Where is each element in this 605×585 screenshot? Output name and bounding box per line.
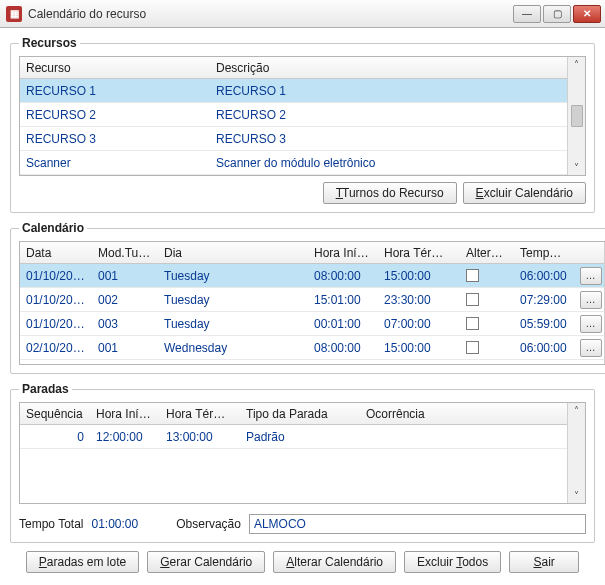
- checkbox-icon[interactable]: [466, 317, 479, 330]
- alter-calendar-button[interactable]: Alterar Calendário: [273, 551, 396, 573]
- cal-more[interactable]: …: [574, 288, 604, 312]
- scroll-up-icon[interactable]: ˄: [574, 405, 579, 416]
- resource-id: RECURSO 1: [20, 81, 210, 101]
- calendar-row[interactable]: 01/10/2019002Tuesday15:01:0023:30:0007:2…: [20, 288, 604, 312]
- cal-date: 02/10/2019: [20, 338, 92, 358]
- scroll-down-icon[interactable]: ˅: [574, 162, 579, 173]
- col-ini[interactable]: Hora Início: [308, 243, 378, 263]
- delete-calendar-button[interactable]: Excluir Calendário: [463, 182, 586, 204]
- delete-all-button[interactable]: Excluir Todos: [404, 551, 501, 573]
- cal-changed[interactable]: [460, 266, 514, 285]
- shifts-button[interactable]: TTurnos do Recurso: [323, 182, 457, 204]
- close-button[interactable]: ✕: [573, 5, 601, 23]
- calendar-group: Calendário Data Mod.Turno Dia Hora Iníci…: [10, 221, 605, 374]
- col-mod[interactable]: Mod.Turno: [92, 243, 158, 263]
- resource-desc: RECURSO 3: [210, 129, 567, 149]
- col-actions: [574, 250, 604, 256]
- resources-table: Recurso Descrição RECURSO 1RECURSO 1RECU…: [19, 56, 586, 176]
- calendar-row[interactable]: 02/10/2019001Wednesday08:00:0015:00:0006…: [20, 336, 604, 360]
- resource-desc: RECURSO 2: [210, 105, 567, 125]
- batch-stops-button[interactable]: Paradas em lote: [26, 551, 139, 573]
- cal-start: 15:01:00: [308, 290, 378, 310]
- cal-more[interactable]: …: [574, 312, 604, 336]
- cal-changed[interactable]: [460, 314, 514, 333]
- window-title: Calendário do recurso: [28, 7, 513, 21]
- stops-group: Paradas Sequência Hora Início Hora Térmi…: [10, 382, 595, 543]
- col-tipo[interactable]: Tipo da Parada: [240, 404, 360, 424]
- observation-input[interactable]: ALMOCO: [249, 514, 586, 534]
- stops-legend: Paradas: [19, 382, 72, 396]
- ellipsis-button[interactable]: …: [580, 267, 602, 285]
- exit-button[interactable]: Sair: [509, 551, 579, 573]
- cal-useful: 07:29:00: [514, 290, 574, 310]
- cal-start: 08:00:00: [308, 266, 378, 286]
- calendar-legend: Calendário: [19, 221, 87, 235]
- maximize-button[interactable]: ▢: [543, 5, 571, 23]
- calendar-row[interactable]: 01/10/2019001Tuesday08:00:0015:00:0006:0…: [20, 264, 604, 288]
- cal-start: 00:01:00: [308, 314, 378, 334]
- col-oco[interactable]: Ocorrência: [360, 404, 567, 424]
- minimize-button[interactable]: —: [513, 5, 541, 23]
- col-seq[interactable]: Sequência: [20, 404, 90, 424]
- ellipsis-button[interactable]: …: [580, 291, 602, 309]
- scroll-down-icon[interactable]: ˅: [574, 490, 579, 501]
- cal-day: Tuesday: [158, 266, 308, 286]
- resource-row[interactable]: RECURSO 1RECURSO 1: [20, 79, 567, 103]
- col-recurso[interactable]: Recurso: [20, 58, 210, 78]
- col-util[interactable]: Tempo Útil: [514, 243, 574, 263]
- observation-label: Observação: [176, 517, 241, 531]
- cal-shift: 003: [92, 314, 158, 334]
- resource-id: RECURSO 2: [20, 105, 210, 125]
- calendar-header: Data Mod.Turno Dia Hora Início Hora Térm…: [20, 242, 604, 264]
- cal-shift: 001: [92, 266, 158, 286]
- bottom-toolbar: Paradas em lote Gerar Calendário Alterar…: [10, 551, 595, 573]
- resources-header: Recurso Descrição: [20, 57, 567, 79]
- stop-type: Padrão: [240, 427, 360, 447]
- col-fim[interactable]: Hora Término: [378, 243, 460, 263]
- resource-row[interactable]: RECURSO 3RECURSO 3: [20, 127, 567, 151]
- checkbox-icon[interactable]: [466, 341, 479, 354]
- cal-shift: 001: [92, 338, 158, 358]
- calendar-row[interactable]: 01/10/2019003Tuesday00:01:0007:00:0005:5…: [20, 312, 604, 336]
- checkbox-icon[interactable]: [466, 293, 479, 306]
- cal-useful: 06:00:00: [514, 338, 574, 358]
- col-fim[interactable]: Hora Término: [160, 404, 240, 424]
- stops-scrollbar[interactable]: ˄ ˅: [567, 403, 585, 503]
- cal-day: Tuesday: [158, 290, 308, 310]
- stop-row[interactable]: 012:00:0013:00:00Padrão: [20, 425, 567, 449]
- cal-end: 07:00:00: [378, 314, 460, 334]
- cal-start: 08:00:00: [308, 338, 378, 358]
- col-ini[interactable]: Hora Início: [90, 404, 160, 424]
- ellipsis-button[interactable]: …: [580, 339, 602, 357]
- total-time-label: Tempo Total: [19, 517, 83, 531]
- cal-changed[interactable]: [460, 338, 514, 357]
- cal-end: 23:30:00: [378, 290, 460, 310]
- resources-scrollbar[interactable]: ˄ ˅: [567, 57, 585, 175]
- generate-calendar-button[interactable]: Gerar Calendário: [147, 551, 265, 573]
- scroll-thumb[interactable]: [571, 105, 583, 127]
- cal-more[interactable]: …: [574, 264, 604, 288]
- col-dia[interactable]: Dia: [158, 243, 308, 263]
- scroll-up-icon[interactable]: ˄: [574, 59, 579, 70]
- resource-desc: Scanner do módulo eletrônico: [210, 153, 567, 173]
- cal-more[interactable]: …: [574, 336, 604, 360]
- cal-date: 01/10/2019: [20, 266, 92, 286]
- app-icon: ▦: [6, 6, 22, 22]
- resource-row[interactable]: RECURSO 2RECURSO 2: [20, 103, 567, 127]
- col-descricao[interactable]: Descrição: [210, 58, 567, 78]
- titlebar: ▦ Calendário do recurso — ▢ ✕: [0, 0, 605, 28]
- stop-seq: 0: [20, 427, 90, 447]
- cal-date: 01/10/2019: [20, 290, 92, 310]
- checkbox-icon[interactable]: [466, 269, 479, 282]
- resources-group: Recursos Recurso Descrição RECURSO 1RECU…: [10, 36, 595, 213]
- resource-row[interactable]: ScannerScanner do módulo eletrônico: [20, 151, 567, 175]
- stops-header: Sequência Hora Início Hora Término Tipo …: [20, 403, 567, 425]
- resource-id: Scanner: [20, 153, 210, 173]
- col-alt[interactable]: Alterado: [460, 243, 514, 263]
- col-data[interactable]: Data: [20, 243, 92, 263]
- cal-date: 01/10/2019: [20, 314, 92, 334]
- cal-changed[interactable]: [460, 290, 514, 309]
- ellipsis-button[interactable]: …: [580, 315, 602, 333]
- stop-start: 12:00:00: [90, 427, 160, 447]
- stop-occ: [360, 434, 567, 440]
